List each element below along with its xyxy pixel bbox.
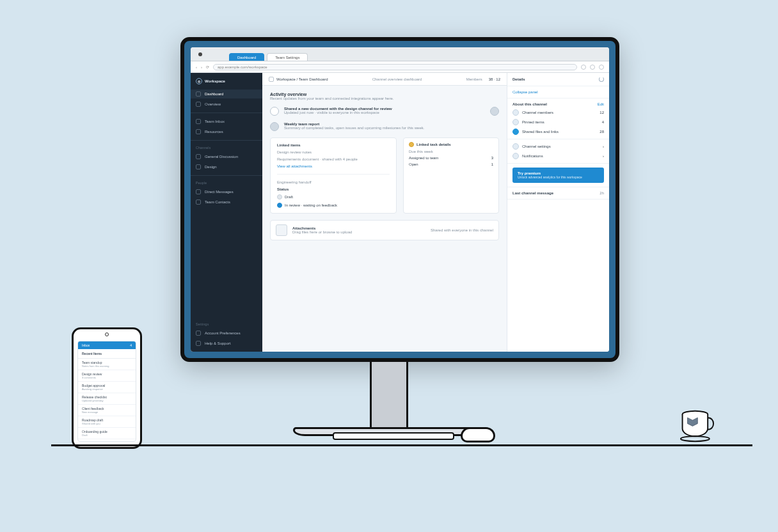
gear-icon [196,331,201,336]
premium-cta[interactable]: Try premium Unlock advanced analytics fo… [512,168,604,183]
sidebar-item-overview[interactable]: Overview [191,100,262,109]
card-row[interactable]: Engineering handoff [277,180,390,184]
attachment-thumb-icon [276,224,287,236]
rp-row[interactable]: Last channel message2h [512,191,604,195]
sidebar-item-channel[interactable]: Design [191,162,262,171]
section-header: Activity overview Recent updates from yo… [270,92,499,100]
tab-label: Team Settings [275,56,299,59]
card-row[interactable]: Design review notes [277,150,390,154]
phone-header: Inbox 4 [78,341,136,349]
attachments-row[interactable]: Attachments Drag files here or browse to… [270,220,499,240]
sidebar-item-channel[interactable]: General Discussion [191,152,262,161]
phone-list-item[interactable]: Release checklistUpdated yesterday [78,393,136,405]
sidebar-item-dm[interactable]: Direct Messages [191,187,262,196]
coffee-mug-icon [678,409,720,442]
window-control-icon[interactable] [198,52,202,56]
sidebar-item-inbox[interactable]: Team Inbox [191,117,262,126]
phone-list-item[interactable]: Roadmap draftShared with you [78,416,136,428]
page-icon [269,77,274,82]
grid-icon [196,91,201,97]
browser-tab-active[interactable]: Dashboard [229,53,264,61]
rp-row[interactable]: Shared files and links28 [512,129,604,135]
help-icon [196,341,201,346]
phone-list-item[interactable]: Budget approvalAwaiting response [78,382,136,393]
phone-list-item[interactable]: Onboarding guideDraft [78,428,136,439]
rp-row[interactable]: Notifications› [512,153,604,159]
folder-icon [196,129,201,134]
mini-card-sub: Due this week [409,150,493,153]
status-dot-icon [277,194,282,199]
sidebar-item-resources[interactable]: Resources [191,127,262,136]
extension-icon[interactable] [590,65,595,70]
rp-row[interactable]: Pinned items4 [512,119,604,125]
cta-sub: Unlock advanced analytics for this works… [518,175,599,179]
right-panel-title: Details [512,77,525,81]
phone-list-item[interactable]: Design review3 comments [78,370,136,382]
breadcrumb[interactable]: Workspace / Team Dashboard [269,77,328,82]
list-icon [196,102,201,107]
browser-tab[interactable]: Team Settings [267,53,308,61]
phone-screen: Inbox 4 Recent Items Team standupNotes f… [77,341,136,442]
mini-card-header: Linked task details [409,142,493,147]
toolbar-right-meta: 38 · 12 [489,77,500,81]
rp-section-title: About this channel [512,102,547,106]
brand-name: Workspace [205,79,225,83]
attachments-sub: Drag files here or browse to upload [292,230,425,234]
phone-list-item[interactable]: Client feedbackNew message [78,405,136,416]
sidebar: ◎ Workspace Dashboard Overview Team Inbo… [191,73,262,352]
rp-row[interactable]: Channel settings› [512,143,604,150]
status-pill[interactable]: In review · waiting on feedback [277,203,390,208]
reload-icon[interactable]: ⟳ [206,65,209,69]
phone-frame: Inbox 4 Recent Items Team standupNotes f… [72,327,142,449]
edit-link[interactable]: Edit [598,102,604,106]
feed-item[interactable]: Weekly team report Summary of completed … [270,122,499,131]
gear-icon [512,143,519,150]
collapse-link[interactable]: Collapse panel [512,90,604,94]
card-row[interactable]: Requirements document · shared with 4 pe… [277,157,390,161]
users-icon [196,199,201,205]
rp-row[interactable]: Channel members12 [512,109,604,116]
sidebar-item-dashboard[interactable]: Dashboard [191,90,262,98]
pin-icon [512,119,519,125]
hash-icon [196,164,201,169]
attachments-right: Shared with everyone in this channel [431,228,493,232]
link-icon [512,129,519,135]
back-icon[interactable]: ‹ [196,65,197,69]
toolbar-right-label: Members [466,77,482,81]
chevron-right-icon: › [603,154,604,158]
feed-desc: Updated just now · visible to everyone i… [284,111,485,114]
divider [191,175,262,176]
sidebar-item-help[interactable]: Help & Support [191,339,262,348]
mini-card-row[interactable]: Open1 [409,162,493,166]
brand[interactable]: ◎ Workspace [191,77,262,88]
keyboard [333,432,454,440]
content-scroll[interactable]: Activity overview Recent updates from yo… [262,86,507,352]
sidebar-group-label: Channels [191,145,262,151]
sidebar-group-label: Settings [191,321,262,327]
brand-logo-icon: ◎ [196,78,202,84]
right-panel-header: Details [507,73,609,86]
phone-speaker-icon [105,332,109,336]
right-panel: Details Collapse panel About this channe… [507,73,609,352]
phone-list-item[interactable]: Team standupNotes from this morning [78,359,136,370]
sidebar-item-contacts[interactable]: Team Contacts [191,198,262,207]
sidebar-item-account[interactable]: Account Preferences [191,329,262,338]
chevron-right-icon: › [603,145,604,148]
profile-avatar-icon[interactable] [599,65,604,70]
linked-items-card: Linked items Design review notes Require… [270,137,397,214]
feed-item[interactable]: Shared a new document with the design ch… [270,107,499,116]
app-shell: ◎ Workspace Dashboard Overview Team Inbo… [191,73,609,352]
monitor-frame: Dashboard Team Settings ‹ › ⟳ app.exampl… [180,37,619,362]
address-bar[interactable]: app.example.com/workspace [213,64,577,70]
divider [191,113,262,113]
reaction-icon[interactable] [490,107,499,116]
extension-icon[interactable] [581,65,586,70]
toolbar-center-text: Channel overview dashboard [372,77,422,81]
forward-icon[interactable]: › [201,65,202,69]
breadcrumb-text: Workspace / Team Dashboard [276,77,328,81]
avatar [270,107,279,116]
feed-desc: Summary of completed tasks, open issues … [284,126,499,130]
card-link[interactable]: View all attachments [277,164,390,168]
status-pill[interactable]: Draft [277,194,390,199]
mini-card-row[interactable]: Assigned to team3 [409,156,493,160]
